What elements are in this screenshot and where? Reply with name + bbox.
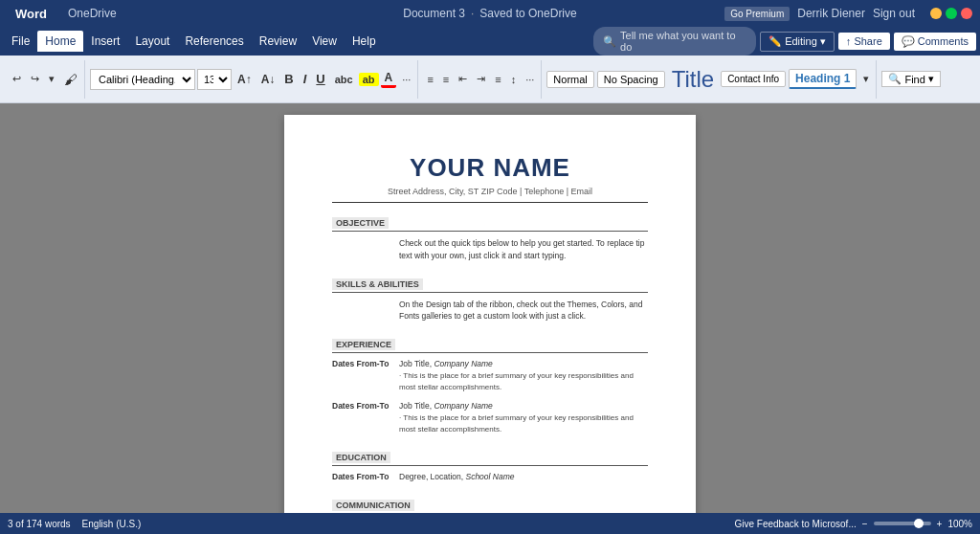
align-button[interactable]: ≡: [491, 72, 504, 87]
title-bar-right: Go Premium Derrik Diener Sign out: [724, 7, 972, 21]
document-container: YOUR NAME Street Address, City, ST ZIP C…: [0, 103, 980, 513]
section-header-communication: COMMUNICATION: [332, 500, 414, 511]
find-icon: 🔍: [888, 73, 902, 85]
section-divider-education: [332, 465, 648, 466]
font-group: Calibri (Heading... 13 A↑ A↓ B I U abc a…: [87, 60, 418, 99]
editing-button[interactable]: ✏️ Editing ▾: [760, 32, 835, 52]
zoom-out-button[interactable]: −: [862, 519, 868, 529]
chevron-down-icon: ▾: [820, 35, 826, 47]
find-label: Find: [904, 74, 924, 85]
title-bar-center: Document 3 · Saved to OneDrive: [403, 7, 576, 20]
undo-button[interactable]: ↩: [9, 71, 25, 87]
menu-review[interactable]: Review: [252, 31, 304, 52]
paragraph-group: ≡ ≡ ⇤ ⇥ ≡ ↕ ···: [420, 60, 542, 99]
sign-out-link[interactable]: Sign out: [873, 7, 915, 20]
share-button[interactable]: ↑ Share: [838, 33, 890, 50]
resume-contact: Street Address, City, ST ZIP Code | Tele…: [332, 187, 648, 203]
styles-expand-button[interactable]: ▾: [859, 71, 873, 87]
numbering-button[interactable]: ≡: [439, 72, 453, 87]
indent-decrease-button[interactable]: ⇤: [455, 71, 471, 87]
strikethrough-button[interactable]: abc: [331, 73, 357, 86]
minimize-button[interactable]: [930, 8, 942, 19]
saved-status: Saved to OneDrive: [479, 7, 576, 20]
redo-button[interactable]: ↪: [27, 71, 43, 87]
share-label: Share: [854, 35, 881, 47]
zoom-thumb: [914, 519, 924, 528]
line-spacing-button[interactable]: ↕: [507, 72, 521, 87]
zoom-slider[interactable]: [874, 522, 931, 525]
menu-layout[interactable]: Layout: [127, 31, 177, 52]
menu-insert[interactable]: Insert: [83, 31, 127, 52]
onedrive-label[interactable]: OneDrive: [60, 5, 124, 22]
section-skills: SKILLS & ABILITIES On the Design tab of …: [332, 274, 648, 323]
styles-group: Normal No Spacing Title Contact Info Hea…: [544, 60, 877, 99]
language-label: English (U.S.): [82, 519, 142, 529]
style-title[interactable]: Title: [668, 66, 718, 93]
more-para-button[interactable]: ···: [522, 72, 538, 87]
font-grow-button[interactable]: A↑: [234, 72, 256, 87]
indent-increase-button[interactable]: ⇥: [473, 71, 489, 87]
font-color-button[interactable]: A: [381, 70, 397, 88]
font-family-selector[interactable]: Calibri (Heading...: [90, 69, 195, 90]
style-normal[interactable]: Normal: [546, 71, 593, 88]
go-premium-button[interactable]: Go Premium: [724, 7, 790, 21]
feedback-label[interactable]: Give Feedback to Microsof...: [734, 519, 856, 529]
title-bar-left: Word OneDrive: [8, 5, 124, 23]
edit-icon: ✏️: [768, 35, 782, 47]
exp-content-1: Job Title, Company Name · This is the pl…: [399, 359, 648, 393]
maximize-button[interactable]: [946, 8, 957, 19]
find-group: 🔍 Find ▾: [879, 60, 943, 99]
style-no-spacing[interactable]: No Spacing: [597, 71, 665, 88]
italic-button[interactable]: I: [300, 71, 311, 87]
style-heading1[interactable]: Heading 1: [789, 69, 857, 89]
section-education: EDUCATION Dates From-To Degree, Location…: [332, 447, 648, 483]
section-header-education: EDUCATION: [332, 452, 390, 463]
close-button[interactable]: [961, 8, 972, 19]
comment-icon: 💬: [902, 35, 915, 47]
status-bar: 3 of 174 words English (U.S.) Give Feedb…: [0, 513, 980, 534]
menu-view[interactable]: View: [304, 31, 345, 52]
exp-bullet-2: · This is the place for a brief summary …: [399, 412, 648, 435]
zoom-in-button[interactable]: +: [937, 519, 943, 529]
underline-button[interactable]: U: [312, 71, 328, 87]
search-icon: 🔍: [603, 35, 616, 48]
font-size-selector[interactable]: 13: [197, 69, 232, 90]
exp-title-2: Job Title, Company Name: [399, 401, 648, 411]
font-shrink-button[interactable]: A↓: [257, 72, 279, 87]
menu-home[interactable]: Home: [37, 31, 83, 52]
section-divider-experience: [332, 352, 648, 353]
zoom-level: 100%: [947, 519, 972, 529]
find-input-box[interactable]: 🔍 Find ▾: [881, 71, 940, 87]
resume-name: YOUR NAME: [332, 153, 648, 183]
document-page[interactable]: YOUR NAME Street Address, City, ST ZIP C…: [284, 115, 696, 513]
editing-label: Editing: [785, 35, 817, 47]
education-entry-1: Dates From-To Degree, Location, School N…: [332, 472, 648, 483]
section-experience: EXPERIENCE Dates From-To Job Title, Comp…: [332, 334, 648, 435]
window-controls: [930, 8, 972, 19]
doc-title: Document 3: [403, 7, 465, 20]
bold-button[interactable]: B: [280, 71, 297, 87]
undo-redo-group: ↩ ↪ ▾ 🖌: [6, 60, 85, 99]
find-chevron-icon: ▾: [928, 73, 934, 85]
exp-bullet-1: · This is the place for a brief summary …: [399, 370, 648, 393]
style-contact-info[interactable]: Contact Info: [721, 71, 786, 87]
exp-content-2: Job Title, Company Name · This is the pl…: [399, 401, 648, 435]
edu-content-1: Degree, Location, School Name: [399, 472, 648, 483]
word-app-label: Word: [8, 5, 55, 23]
tell-me-input[interactable]: 🔍 Tell me what you want to do: [593, 27, 756, 56]
menu-file[interactable]: File: [4, 31, 37, 52]
comments-button[interactable]: 💬 Comments: [894, 33, 976, 51]
menu-help[interactable]: Help: [345, 31, 384, 52]
bullets-button[interactable]: ≡: [423, 72, 436, 87]
section-header-objective: OBJECTIVE: [332, 217, 389, 229]
paint-format-button[interactable]: 🖌: [60, 70, 81, 89]
more-font-button[interactable]: ···: [398, 72, 414, 87]
title-bar: Word OneDrive Document 3 · Saved to OneD…: [0, 0, 980, 27]
experience-entry-2: Dates From-To Job Title, Company Name · …: [332, 401, 648, 435]
menu-references[interactable]: References: [177, 31, 251, 52]
section-objective: OBJECTIVE Check out the quick tips below…: [332, 212, 648, 262]
edu-title-1: Degree, Location, School Name: [399, 472, 648, 481]
quick-access-button[interactable]: ▾: [45, 71, 58, 87]
highlight-button[interactable]: ab: [359, 73, 379, 86]
exp-dates-2: Dates From-To: [332, 401, 399, 435]
